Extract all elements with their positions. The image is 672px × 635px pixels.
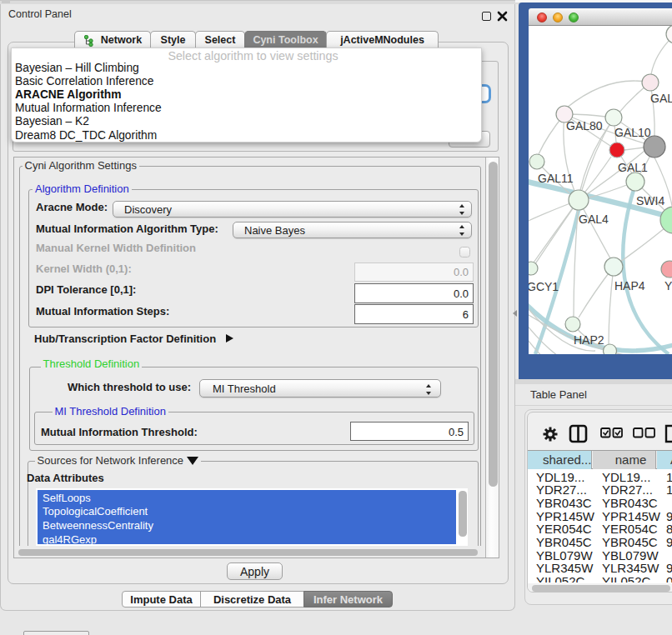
svg-text:GAL7: GAL7: [650, 92, 672, 105]
svg-text:GAL10: GAL10: [614, 126, 651, 139]
svg-text:HAP4: HAP4: [614, 279, 645, 292]
svg-text:GAL1: GAL1: [618, 161, 648, 174]
svg-text:GCY1: GCY1: [529, 280, 559, 293]
svg-text:GAL4: GAL4: [579, 212, 609, 226]
svg-text:SWI4: SWI4: [636, 194, 664, 208]
svg-text:Y: Y: [664, 279, 672, 292]
svg-text:HAP2: HAP2: [574, 333, 604, 347]
svg-text:GAL80: GAL80: [566, 119, 603, 132]
svg-text:GAL11: GAL11: [538, 172, 574, 185]
